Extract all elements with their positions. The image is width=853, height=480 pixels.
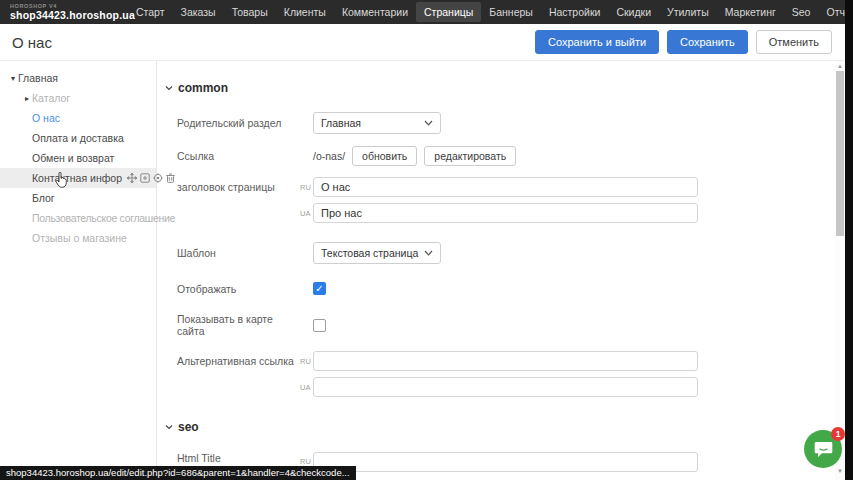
save-button[interactable]: Сохранить xyxy=(667,30,748,54)
sidebar-item-glavnaya[interactable]: ▾ Главная xyxy=(0,68,156,88)
template-row: Шаблон Текстовая страница xyxy=(177,242,704,264)
chevron-down-icon xyxy=(165,85,173,91)
alt-link-ua-input[interactable] xyxy=(313,377,698,397)
gear-icon[interactable] xyxy=(153,173,163,183)
page-title-label: заголовок страницы xyxy=(177,181,300,193)
alt-link-label: Альтернативная ссылка xyxy=(177,355,300,367)
link-label: Ссылка xyxy=(177,150,300,162)
menu-item-start[interactable]: Старт xyxy=(128,2,173,22)
sidebar-item-obmen-i-vozvrat[interactable]: Обмен и возврат xyxy=(0,148,156,168)
menu-item-stranicy[interactable]: Страницы xyxy=(416,2,481,22)
sitemap-label: Показывать в карте сайта xyxy=(177,313,300,337)
section-common[interactable]: common xyxy=(165,81,704,95)
header-actions: Сохранить и выйти Сохранить Отменить xyxy=(535,30,846,54)
app-window: HOROSHOP V4 shop34423.horoshop.ua Старт … xyxy=(0,0,853,480)
link-status-bar: shop34423.horoshop.ua/edit/edit.php?id=6… xyxy=(0,466,356,480)
display-row: Отображать ✓ xyxy=(177,282,704,295)
link-path: /o-nas/ xyxy=(313,150,345,162)
menu-item-marketing[interactable]: Маркетинг xyxy=(717,2,784,22)
chat-unread-badge: 1 xyxy=(831,427,845,441)
add-page-icon[interactable] xyxy=(140,173,150,183)
screen-edge-strip xyxy=(845,0,853,480)
menu-item-zakazy[interactable]: Заказы xyxy=(173,2,224,22)
cancel-button[interactable]: Отменить xyxy=(756,30,832,54)
html-title-label: Html Title xyxy=(177,452,300,464)
html-title-ru-input[interactable] xyxy=(313,452,698,472)
menu-item-skidki[interactable]: Скидки xyxy=(608,2,659,22)
section-seo[interactable]: seo xyxy=(165,420,704,434)
page-title-ua-input[interactable] xyxy=(313,203,698,223)
page-title: О нас xyxy=(0,34,52,51)
sitemap-checkbox[interactable] xyxy=(313,319,326,332)
menu-item-kommentarii[interactable]: Комментарии xyxy=(334,2,416,22)
page-edit-form: common Родительский раздел Главная Ссылк… xyxy=(163,61,704,480)
save-and-exit-button[interactable]: Сохранить и выйти xyxy=(535,30,659,54)
chevron-down-icon xyxy=(165,424,173,430)
scroll-down-arrow[interactable]: ▼ xyxy=(835,468,845,474)
link-row: Ссылка /o-nas/ обновить редактировать xyxy=(177,146,704,166)
template-select[interactable]: Текстовая страница xyxy=(313,242,441,264)
chat-widget-button[interactable]: 1 xyxy=(804,430,842,468)
display-checkbox[interactable]: ✓ xyxy=(313,282,326,295)
logo[interactable]: HOROSHOP V4 shop34423.horoshop.ua xyxy=(0,4,118,21)
chevron-down-icon xyxy=(424,250,433,256)
scrollbar-thumb[interactable] xyxy=(836,71,844,236)
parent-section-select[interactable]: Главная xyxy=(313,112,441,134)
page-title-ru-row: заголовок страницы RU xyxy=(177,177,704,197)
alt-link-ru-input[interactable] xyxy=(313,351,698,371)
chevron-right-icon[interactable]: ▸ xyxy=(22,94,32,103)
link-edit-button[interactable]: редактировать xyxy=(424,146,516,166)
sidebar-item-kontaktnaya-infor[interactable]: Контактная инфор xyxy=(0,168,156,188)
page-header: О нас Сохранить и выйти Сохранить Отмени… xyxy=(0,24,846,61)
menu-item-klienty[interactable]: Клиенты xyxy=(276,2,334,22)
page-title-ua-row: UA xyxy=(177,203,704,223)
sidebar-item-oplata-i-dostavka[interactable]: Оплата и доставка xyxy=(0,128,156,148)
menu-item-tovary[interactable]: Товары xyxy=(224,2,276,22)
vertical-scrollbar[interactable]: ▲ ▼ xyxy=(835,61,845,480)
sitemap-row: Показывать в карте сайта xyxy=(177,313,704,337)
lang-ru-label: RU xyxy=(300,183,313,192)
menu-item-nastrojki[interactable]: Настройки xyxy=(541,2,609,22)
tree-row-actions xyxy=(127,173,175,183)
scroll-up-arrow[interactable]: ▲ xyxy=(835,63,845,69)
alt-link-ru-row: Альтернативная ссылка RU xyxy=(177,351,704,371)
alt-link-ua-row: UA xyxy=(177,377,704,397)
parent-section-label: Родительский раздел xyxy=(177,117,300,129)
sidebar-item-otzyvy-o-magazine[interactable]: Отзывы о магазине xyxy=(0,228,156,248)
move-icon[interactable] xyxy=(127,173,137,183)
display-label: Отображать xyxy=(177,283,300,295)
page-title-ru-input[interactable] xyxy=(313,177,698,197)
lang-ua-label: UA xyxy=(300,209,313,218)
logo-domain: shop34423.horoshop.ua xyxy=(10,10,118,21)
sidebar-item-polzovatelskoe-soglashenie[interactable]: Пользовательское соглашение xyxy=(0,208,156,228)
menu-item-seo[interactable]: Seo xyxy=(784,2,819,22)
section-seo-label: seo xyxy=(178,420,199,434)
main-menu: Старт Заказы Товары Клиенты Комментарии … xyxy=(128,2,853,22)
sidebar-item-katalog[interactable]: ▸ Каталог xyxy=(0,88,156,108)
section-common-label: common xyxy=(178,81,228,95)
parent-section-row: Родительский раздел Главная xyxy=(177,112,704,134)
chevron-down-icon xyxy=(424,120,433,126)
menu-item-bannery[interactable]: Баннеры xyxy=(481,2,541,22)
menu-item-utility[interactable]: Утилиты xyxy=(659,2,717,22)
link-update-button[interactable]: обновить xyxy=(352,146,417,166)
topbar: HOROSHOP V4 shop34423.horoshop.ua Старт … xyxy=(0,0,853,24)
pages-tree-sidebar: ▾ Главная ▸ Каталог О нас Оплата и доста… xyxy=(0,61,157,480)
delete-icon[interactable] xyxy=(166,173,175,183)
chat-bubble-icon xyxy=(814,441,833,458)
template-label: Шаблон xyxy=(177,247,300,259)
sidebar-item-blog[interactable]: Блог xyxy=(0,188,156,208)
sidebar-item-o-nas[interactable]: О нас xyxy=(0,108,156,128)
chevron-down-icon[interactable]: ▾ xyxy=(8,74,18,83)
